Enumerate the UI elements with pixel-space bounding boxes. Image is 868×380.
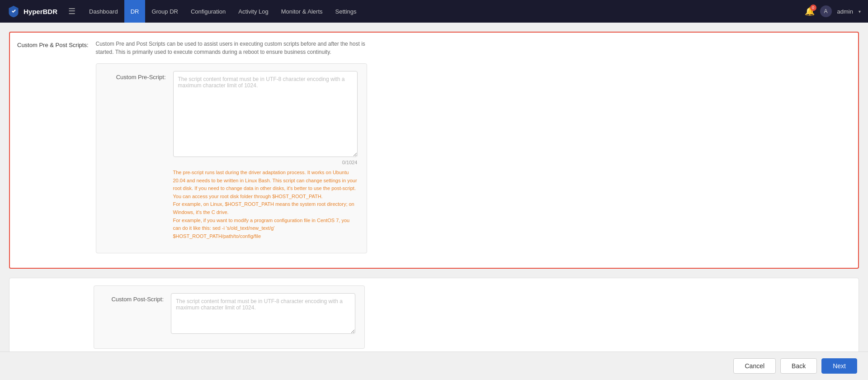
nav-activity-log[interactable]: Activity Log — [232, 0, 274, 23]
section-label: Custom Pre & Post Scripts: — [17, 40, 96, 48]
cancel-button[interactable]: Cancel — [733, 358, 776, 374]
hamburger-button[interactable]: ☰ — [65, 5, 79, 18]
pre-script-textarea[interactable] — [173, 71, 358, 157]
notification-badge: 0 — [810, 5, 816, 11]
brand-name: HyperBDR — [24, 8, 57, 15]
nav-dr[interactable]: DR — [124, 0, 146, 23]
post-script-content — [171, 293, 355, 336]
brand-logo — [7, 5, 20, 18]
nav-monitor-alerts[interactable]: Monitor & Alerts — [275, 0, 329, 23]
navbar-right: 🔔 0 A admin ▾ — [805, 5, 861, 17]
post-script-row: Custom Post-Script: — [103, 293, 355, 336]
nav-settings[interactable]: Settings — [329, 0, 363, 23]
bottom-bar: Cancel Back Next — [0, 352, 868, 380]
pre-script-form: Custom Pre-Script: 0/1024 The pre-script… — [96, 63, 367, 253]
brand: HyperBDR — [7, 5, 57, 18]
post-script-card: Custom Post-Script: — [9, 278, 859, 364]
nav-dashboard[interactable]: Dashboard — [83, 0, 124, 23]
chevron-down-icon: ▾ — [859, 9, 861, 14]
pre-script-hint: The pre-script runs last during the driv… — [173, 169, 358, 240]
pre-script-content: 0/1024 The pre-script runs last during t… — [173, 71, 358, 240]
post-script-textarea[interactable] — [171, 293, 355, 334]
post-script-form-content: Custom Post-Script: — [94, 285, 365, 349]
next-button[interactable]: Next — [821, 358, 857, 374]
section-description: Custom Pre and Post Scripts can be used … — [96, 40, 367, 253]
navbar: HyperBDR ☰ Dashboard DR Group DR Configu… — [0, 0, 868, 23]
pre-script-label: Custom Pre-Script: — [105, 71, 173, 81]
post-script-label: Custom Post-Script: — [103, 293, 171, 303]
notification-button[interactable]: 🔔 0 — [805, 6, 815, 16]
pre-script-char-count: 0/1024 — [173, 160, 358, 165]
pre-script-row: Custom Pre-Script: 0/1024 The pre-script… — [105, 71, 358, 240]
user-icon: A — [824, 8, 828, 14]
admin-label[interactable]: admin — [837, 8, 853, 15]
nav-group-dr[interactable]: Group DR — [145, 0, 184, 23]
section-header-row: Custom Pre & Post Scripts: Custom Pre an… — [17, 40, 851, 253]
avatar[interactable]: A — [820, 5, 832, 17]
post-script-form: Custom Post-Script: — [94, 285, 365, 349]
back-button[interactable]: Back — [780, 358, 817, 374]
main-content: Custom Pre & Post Scripts: Custom Pre an… — [0, 23, 868, 380]
post-script-section-row: Custom Post-Script: — [17, 285, 851, 349]
pre-post-scripts-card: Custom Pre & Post Scripts: Custom Pre an… — [9, 32, 859, 269]
post-script-section-label — [17, 285, 94, 287]
nav-configuration[interactable]: Configuration — [184, 0, 232, 23]
